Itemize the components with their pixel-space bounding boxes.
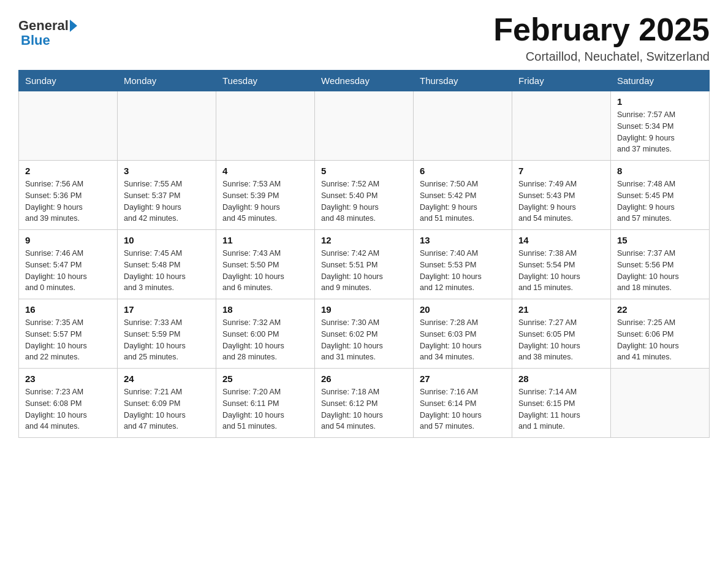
calendar-table: SundayMondayTuesdayWednesdayThursdayFrid… [18, 70, 710, 438]
week-row-1: 1Sunrise: 7:57 AMSunset: 5:34 PMDaylight… [19, 91, 710, 161]
week-row-3: 9Sunrise: 7:46 AMSunset: 5:47 PMDaylight… [19, 230, 710, 299]
day-info: Sunrise: 7:28 AMSunset: 6:03 PMDaylight:… [420, 317, 506, 363]
page-header: General Blue February 2025 Cortaillod, N… [18, 12, 710, 64]
day-info: Sunrise: 7:43 AMSunset: 5:50 PMDaylight:… [222, 248, 308, 294]
calendar-cell: 13Sunrise: 7:40 AMSunset: 5:53 PMDayligh… [414, 230, 512, 299]
day-number: 5 [321, 166, 407, 176]
calendar-cell: 25Sunrise: 7:20 AMSunset: 6:11 PMDayligh… [216, 369, 315, 438]
calendar-cell: 10Sunrise: 7:45 AMSunset: 5:48 PMDayligh… [118, 230, 216, 299]
logo-arrow-icon [70, 20, 77, 32]
calendar-cell [512, 91, 611, 161]
day-info: Sunrise: 7:42 AMSunset: 5:51 PMDaylight:… [321, 248, 407, 294]
day-info: Sunrise: 7:55 AMSunset: 5:37 PMDaylight:… [124, 178, 210, 224]
calendar-cell [414, 91, 512, 161]
calendar-cell: 8Sunrise: 7:48 AMSunset: 5:45 PMDaylight… [611, 161, 710, 230]
day-number: 2 [25, 166, 111, 176]
calendar-cell: 28Sunrise: 7:14 AMSunset: 6:15 PMDayligh… [512, 369, 611, 438]
weekday-header-tuesday: Tuesday [216, 71, 315, 91]
calendar-cell: 3Sunrise: 7:55 AMSunset: 5:37 PMDaylight… [118, 161, 216, 230]
calendar-cell: 7Sunrise: 7:49 AMSunset: 5:43 PMDaylight… [512, 161, 611, 230]
day-number: 21 [518, 304, 604, 315]
day-number: 25 [222, 373, 308, 384]
day-number: 14 [518, 235, 604, 245]
day-number: 16 [25, 304, 111, 315]
weekday-header-saturday: Saturday [611, 71, 710, 91]
calendar-cell: 19Sunrise: 7:30 AMSunset: 6:02 PMDayligh… [315, 299, 414, 369]
day-number: 6 [420, 166, 506, 176]
day-info: Sunrise: 7:23 AMSunset: 6:08 PMDaylight:… [25, 386, 111, 432]
week-row-2: 2Sunrise: 7:56 AMSunset: 5:36 PMDaylight… [19, 161, 710, 230]
calendar-cell: 12Sunrise: 7:42 AMSunset: 5:51 PMDayligh… [315, 230, 414, 299]
logo: General Blue [18, 18, 80, 48]
weekday-header-row: SundayMondayTuesdayWednesdayThursdayFrid… [19, 71, 710, 91]
day-number: 23 [25, 373, 111, 384]
day-info: Sunrise: 7:52 AMSunset: 5:40 PMDaylight:… [321, 178, 407, 224]
day-info: Sunrise: 7:50 AMSunset: 5:42 PMDaylight:… [420, 178, 506, 224]
day-info: Sunrise: 7:40 AMSunset: 5:53 PMDaylight:… [420, 248, 506, 294]
day-info: Sunrise: 7:18 AMSunset: 6:12 PMDaylight:… [321, 386, 407, 432]
location-subtitle: Cortaillod, Neuchatel, Switzerland [493, 50, 710, 64]
calendar-cell: 4Sunrise: 7:53 AMSunset: 5:39 PMDaylight… [216, 161, 315, 230]
day-number: 28 [518, 373, 604, 384]
day-info: Sunrise: 7:56 AMSunset: 5:36 PMDaylight:… [25, 178, 111, 224]
calendar-cell: 14Sunrise: 7:38 AMSunset: 5:54 PMDayligh… [512, 230, 611, 299]
day-info: Sunrise: 7:14 AMSunset: 6:15 PMDaylight:… [518, 386, 604, 432]
day-number: 20 [420, 304, 506, 315]
day-number: 3 [124, 166, 210, 176]
weekday-header-friday: Friday [512, 71, 611, 91]
day-number: 12 [321, 235, 407, 245]
calendar-cell: 16Sunrise: 7:35 AMSunset: 5:57 PMDayligh… [19, 299, 118, 369]
day-info: Sunrise: 7:45 AMSunset: 5:48 PMDaylight:… [124, 248, 210, 294]
calendar-cell: 5Sunrise: 7:52 AMSunset: 5:40 PMDaylight… [315, 161, 414, 230]
day-info: Sunrise: 7:48 AMSunset: 5:45 PMDaylight:… [617, 178, 703, 224]
calendar-cell: 2Sunrise: 7:56 AMSunset: 5:36 PMDaylight… [19, 161, 118, 230]
day-number: 9 [25, 235, 111, 245]
day-number: 13 [420, 235, 506, 245]
title-block: February 2025 Cortaillod, Neuchatel, Swi… [493, 12, 710, 64]
day-info: Sunrise: 7:16 AMSunset: 6:14 PMDaylight:… [420, 386, 506, 432]
day-info: Sunrise: 7:20 AMSunset: 6:11 PMDaylight:… [222, 386, 308, 432]
calendar-cell [19, 91, 118, 161]
month-title: February 2025 [493, 12, 710, 47]
calendar-cell [118, 91, 216, 161]
logo-blue: Blue [21, 33, 50, 48]
calendar-cell: 18Sunrise: 7:32 AMSunset: 6:00 PMDayligh… [216, 299, 315, 369]
day-info: Sunrise: 7:38 AMSunset: 5:54 PMDaylight:… [518, 248, 604, 294]
day-info: Sunrise: 7:49 AMSunset: 5:43 PMDaylight:… [518, 178, 604, 224]
day-number: 11 [222, 235, 308, 245]
day-number: 10 [124, 235, 210, 245]
day-info: Sunrise: 7:21 AMSunset: 6:09 PMDaylight:… [124, 386, 210, 432]
day-info: Sunrise: 7:37 AMSunset: 5:56 PMDaylight:… [617, 248, 703, 294]
calendar-cell: 9Sunrise: 7:46 AMSunset: 5:47 PMDaylight… [19, 230, 118, 299]
day-number: 15 [617, 235, 703, 245]
day-number: 19 [321, 304, 407, 315]
day-info: Sunrise: 7:30 AMSunset: 6:02 PMDaylight:… [321, 317, 407, 363]
calendar-cell: 20Sunrise: 7:28 AMSunset: 6:03 PMDayligh… [414, 299, 512, 369]
day-number: 8 [617, 166, 703, 176]
calendar-cell [611, 369, 710, 438]
calendar-cell: 26Sunrise: 7:18 AMSunset: 6:12 PMDayligh… [315, 369, 414, 438]
day-info: Sunrise: 7:25 AMSunset: 6:06 PMDaylight:… [617, 317, 703, 363]
day-info: Sunrise: 7:35 AMSunset: 5:57 PMDaylight:… [25, 317, 111, 363]
day-number: 24 [124, 373, 210, 384]
day-number: 22 [617, 304, 703, 315]
day-info: Sunrise: 7:53 AMSunset: 5:39 PMDaylight:… [222, 178, 308, 224]
calendar-cell [315, 91, 414, 161]
calendar-cell [216, 91, 315, 161]
weekday-header-monday: Monday [118, 71, 216, 91]
day-info: Sunrise: 7:57 AMSunset: 5:34 PMDaylight:… [617, 109, 703, 155]
weekday-header-wednesday: Wednesday [315, 71, 414, 91]
logo-general: General [18, 18, 69, 33]
calendar-cell: 11Sunrise: 7:43 AMSunset: 5:50 PMDayligh… [216, 230, 315, 299]
calendar-cell: 23Sunrise: 7:23 AMSunset: 6:08 PMDayligh… [19, 369, 118, 438]
day-number: 7 [518, 166, 604, 176]
day-number: 1 [617, 96, 703, 107]
day-number: 4 [222, 166, 308, 176]
calendar-cell: 21Sunrise: 7:27 AMSunset: 6:05 PMDayligh… [512, 299, 611, 369]
day-info: Sunrise: 7:33 AMSunset: 5:59 PMDaylight:… [124, 317, 210, 363]
weekday-header-thursday: Thursday [414, 71, 512, 91]
day-info: Sunrise: 7:32 AMSunset: 6:00 PMDaylight:… [222, 317, 308, 363]
calendar-cell: 22Sunrise: 7:25 AMSunset: 6:06 PMDayligh… [611, 299, 710, 369]
day-info: Sunrise: 7:46 AMSunset: 5:47 PMDaylight:… [25, 248, 111, 294]
calendar-cell: 6Sunrise: 7:50 AMSunset: 5:42 PMDaylight… [414, 161, 512, 230]
